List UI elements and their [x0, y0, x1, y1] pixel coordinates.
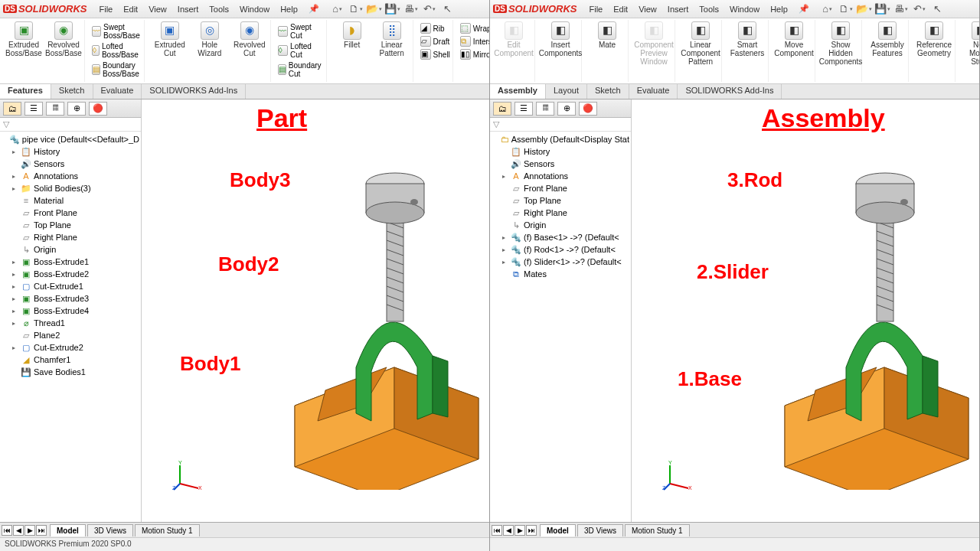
tab-prev-icon[interactable]: ◀ — [13, 525, 24, 536]
menu-tools[interactable]: Tools — [204, 3, 234, 15]
draft-button[interactable]: ▱Draft — [420, 36, 450, 47]
fm-tab-appear-icon[interactable]: 🔴 — [89, 102, 107, 116]
bottom-tab-model[interactable]: Model — [50, 524, 86, 536]
tree-item[interactable]: ▸🔩(f) Slider<1> ->? (Default< — [492, 256, 629, 268]
intersect-button[interactable]: ⧉Intersect — [460, 36, 489, 47]
extruded-boss-button[interactable]: ▣Extruded Boss/Base — [5, 21, 42, 57]
swept-cut-button[interactable]: 〰Swept Cut — [278, 23, 324, 40]
menu-insert[interactable]: Insert — [663, 3, 694, 15]
tree-item[interactable]: ▸▣Boss-Extrude1 — [2, 256, 139, 268]
tree-item[interactable]: ▸▢Cut-Extrude1 — [2, 280, 139, 292]
menu-window[interactable]: Window — [725, 3, 764, 15]
tab-first-icon[interactable]: ⏮ — [492, 525, 502, 536]
home-icon[interactable]: ⌂▾ — [332, 3, 344, 15]
fm-filter-icon[interactable]: ▽ — [0, 118, 141, 132]
tab-last-icon[interactable]: ⏭ — [526, 525, 537, 536]
menu-file[interactable]: File — [94, 3, 117, 15]
ribbon-button[interactable]: ◧Reference Geometry — [916, 21, 952, 57]
tree-item[interactable]: ↳Origin — [492, 219, 629, 231]
tab-evaluate[interactable]: Evaluate — [629, 84, 678, 99]
expand-icon[interactable]: ▸ — [502, 234, 508, 241]
tree-item[interactable]: ▸▣Boss-Extrude2 — [2, 268, 139, 280]
bottom-tab-3dviews[interactable]: 3D Views — [87, 524, 133, 536]
ribbon-button[interactable]: ◧Insert Components — [542, 21, 579, 57]
new-icon[interactable]: 🗋▾ — [840, 3, 852, 15]
mirror-button[interactable]: ▮▯Mirror — [460, 49, 489, 60]
tree-item[interactable]: ▸🔩(f) Rod<1> ->? (Default< — [492, 243, 629, 256]
tree-item[interactable]: ▸⌀Thread1 — [2, 317, 139, 329]
shell-button[interactable]: ▣Shell — [420, 49, 450, 60]
fm-tab-config-icon[interactable]: 𝄜 — [46, 102, 64, 116]
tree-item[interactable]: ≡Material — [2, 194, 139, 207]
expand-icon[interactable]: ▸ — [502, 259, 508, 266]
tree-item[interactable]: ▸▣Boss-Extrude4 — [2, 305, 139, 317]
ribbon-button[interactable]: ◧Smart Fasteners — [729, 21, 766, 57]
fm-tab-dim-icon[interactable]: ⊕ — [557, 102, 576, 116]
hole-wizard-button[interactable]: ◎Hole Wizard — [191, 21, 228, 57]
select-icon[interactable]: ↖ — [932, 3, 944, 15]
expand-icon[interactable]: ▸ — [12, 283, 18, 290]
tree-item[interactable]: ▸AAnnotations — [492, 170, 629, 182]
tab-next-icon[interactable]: ▶ — [514, 525, 525, 536]
expand-icon[interactable]: ▸ — [12, 344, 18, 351]
bottom-tab-3dviews[interactable]: 3D Views — [577, 524, 623, 536]
tree-item[interactable]: 🔊Sensors — [2, 158, 139, 170]
rib-button[interactable]: ◢Rib — [420, 23, 450, 34]
tree-item[interactable]: ▸▢Cut-Extrude2 — [2, 341, 139, 354]
tab-first-icon[interactable]: ⏮ — [2, 525, 12, 536]
tree-item[interactable]: ▸AAnnotations — [2, 170, 139, 182]
tree-item[interactable]: ▱Top Plane — [492, 194, 629, 207]
expand-icon[interactable]: ▸ — [502, 173, 508, 180]
tab-last-icon[interactable]: ⏭ — [36, 525, 47, 536]
ribbon-button[interactable]: ◧Show Hidden Components — [822, 21, 859, 66]
tree-item[interactable]: ▱Front Plane — [492, 182, 629, 194]
tab-layout[interactable]: Layout — [546, 84, 587, 99]
undo-icon[interactable]: ↶▾ — [423, 3, 436, 15]
tree-item[interactable]: ⧉Mates — [492, 268, 629, 280]
linear-pattern-button[interactable]: ⣿Linear Pattern — [374, 21, 410, 57]
tab-evaluate[interactable]: Evaluate — [93, 84, 142, 99]
fm-tab-prop-icon[interactable]: ☰ — [514, 102, 533, 116]
tree-item[interactable]: ▸▣Boss-Extrude3 — [2, 292, 139, 305]
expand-icon[interactable]: ▸ — [12, 271, 18, 278]
home-icon[interactable]: ⌂▾ — [822, 3, 834, 15]
ribbon-button[interactable]: ◧Assembly Features — [869, 21, 906, 57]
fm-tab-config-icon[interactable]: 𝄜 — [536, 102, 554, 116]
fm-tab-prop-icon[interactable]: ☰ — [24, 102, 43, 116]
menu-pin-icon[interactable]: 📌 — [304, 2, 324, 15]
tab-assembly[interactable]: Assembly — [490, 84, 546, 99]
bottom-tab-motion[interactable]: Motion Study 1 — [135, 524, 200, 536]
menu-edit[interactable]: Edit — [609, 3, 632, 15]
tree-item[interactable]: ▱Right Plane — [492, 207, 629, 219]
lofted-cut-button[interactable]: ◊Lofted Cut — [278, 42, 324, 59]
expand-icon[interactable]: ▸ — [12, 320, 18, 327]
viewport-left[interactable]: 🔍 🔎 ✂ Part Body3 Body2 Body1 — [142, 99, 489, 522]
bottom-tab-motion[interactable]: Motion Study 1 — [625, 524, 690, 536]
expand-icon[interactable]: ▸ — [12, 148, 18, 155]
select-icon[interactable]: ↖ — [442, 3, 454, 15]
tree-item[interactable]: ▱Top Plane — [2, 219, 139, 231]
viewport-right[interactable]: 🔍 🔎 ✂ Assembly 3.Rod 2.Slider 1.Base — [632, 99, 979, 522]
menu-pin-icon[interactable]: 📌 — [794, 2, 814, 15]
expand-icon[interactable]: ▸ — [12, 185, 18, 192]
tree-item[interactable]: 💾Save Bodies1 — [2, 366, 139, 378]
menu-help[interactable]: Help — [766, 3, 792, 15]
menu-view[interactable]: View — [634, 3, 662, 15]
expand-icon[interactable]: ▸ — [12, 308, 18, 315]
open-icon[interactable]: 📂▾ — [368, 3, 381, 15]
lofted-boss-button[interactable]: ◊Lofted Boss/Base — [92, 42, 142, 59]
fm-tab-tree-icon[interactable]: 🗂 — [493, 102, 511, 116]
print-icon[interactable]: 🖶▾ — [405, 3, 417, 15]
tree-item[interactable]: ↳Origin — [2, 243, 139, 256]
tree-item[interactable]: ▱Right Plane — [2, 231, 139, 243]
open-icon[interactable]: 📂▾ — [858, 3, 871, 15]
menu-file[interactable]: File — [584, 3, 607, 15]
tree-item[interactable]: ▸🔩(f) Base<1> ->? (Default< — [492, 231, 629, 243]
tree-item[interactable]: ◢Chamfer1 — [2, 354, 139, 366]
wrap-button[interactable]: ⬚Wrap — [460, 23, 489, 34]
expand-icon[interactable]: ▸ — [502, 246, 508, 253]
tree-item[interactable]: 📋History — [492, 145, 629, 158]
fm-tab-appear-icon[interactable]: 🔴 — [579, 102, 597, 116]
boundary-cut-button[interactable]: ▤Boundary Cut — [278, 61, 324, 78]
tab-features[interactable]: Features — [0, 84, 51, 99]
